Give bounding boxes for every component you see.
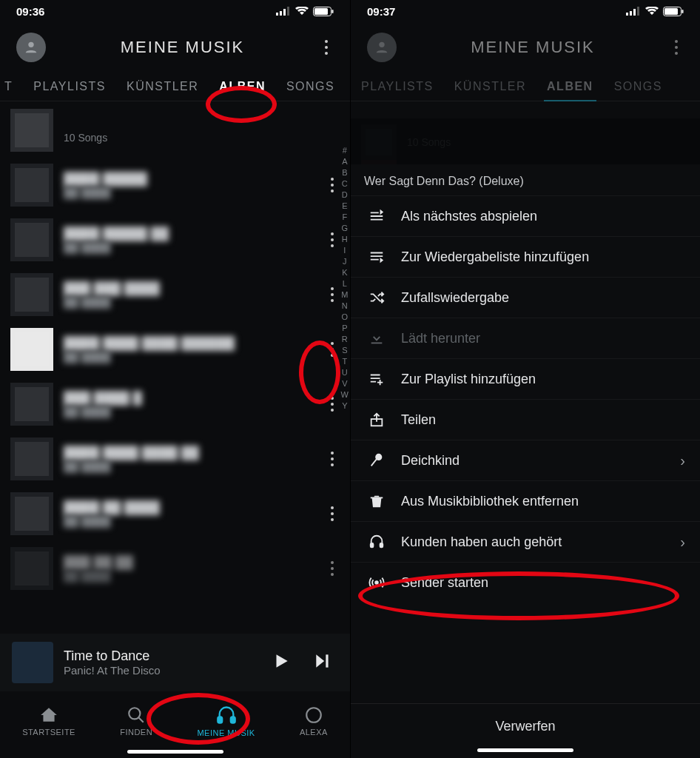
alpha-letter[interactable]: W: [341, 389, 349, 400]
nav-label: MEINE MUSIK: [197, 728, 255, 737]
alpha-letter[interactable]: S: [341, 345, 349, 356]
album-row[interactable]: ████ ████ ████ ████████ ████: [0, 322, 350, 377]
battery-icon: [663, 7, 684, 16]
sheet-similar[interactable]: Kunden haben auch gehört ›: [351, 521, 700, 562]
nav-label: FINDEN: [120, 728, 152, 737]
album-row[interactable]: ████ █████ ████ ████: [0, 212, 350, 267]
sheet-label: Zur Wiedergabeliste hinzufügen: [401, 249, 589, 265]
album-list[interactable]: 10 Songs ████ ███████ ████ ████ █████ ██…: [0, 103, 350, 596]
album-row[interactable]: ███ ██ ████ ████: [0, 541, 350, 596]
tab-albums[interactable]: ALBEN: [209, 73, 276, 101]
tab-truncated-left[interactable]: T: [0, 73, 23, 101]
sheet-play-next[interactable]: Als nächstes abspielen: [351, 195, 700, 236]
alpha-letter[interactable]: K: [341, 267, 349, 278]
alpha-index[interactable]: # A B C D E F G H I J K L M N O P R S T …: [341, 145, 349, 412]
alpha-letter[interactable]: V: [341, 378, 349, 389]
sheet-remove-library[interactable]: Aus Musikbibliothek entfernen: [351, 480, 700, 521]
status-bar: 09:36: [0, 0, 350, 22]
row-more-button[interactable]: [325, 391, 340, 417]
svg-rect-15: [630, 11, 632, 16]
play-button[interactable]: [266, 647, 297, 678]
tab-artists[interactable]: KÜNSTLER: [444, 73, 536, 101]
alpha-letter[interactable]: F: [341, 212, 349, 223]
person-icon: [374, 39, 390, 56]
nav-library[interactable]: MEINE MUSIK: [197, 705, 255, 737]
alpha-letter[interactable]: D: [341, 190, 349, 201]
row-more-button[interactable]: [325, 172, 340, 198]
avatar[interactable]: [367, 33, 397, 62]
row-more-button[interactable]: [325, 336, 340, 363]
alpha-letter[interactable]: T: [341, 356, 349, 367]
header-more-button[interactable]: [319, 34, 334, 61]
alpha-letter[interactable]: E: [341, 201, 349, 212]
album-title: ████ █████: [64, 172, 314, 187]
sheet-add-queue[interactable]: Zur Wiedergabeliste hinzufügen: [351, 236, 700, 277]
svg-line-10: [138, 717, 144, 722]
alpha-letter[interactable]: O: [341, 312, 349, 323]
sheet-dismiss-button[interactable]: Verwerfen: [351, 703, 700, 758]
svg-point-9: [129, 708, 140, 719]
tab-albums[interactable]: ALBEN: [536, 73, 604, 101]
alpha-letter[interactable]: B: [341, 167, 349, 178]
album-title: ███ ████ █: [64, 391, 314, 406]
alpha-letter[interactable]: N: [341, 301, 349, 312]
nav-find[interactable]: FINDEN: [120, 705, 152, 737]
nav-alexa[interactable]: ALEXA: [300, 705, 328, 737]
alpha-letter[interactable]: C: [341, 178, 349, 190]
nav-home[interactable]: STARTSEITE: [22, 705, 75, 737]
row-more-button[interactable]: [325, 446, 340, 472]
now-playing-bar[interactable]: Time to Dance Panic! At The Disco: [0, 634, 350, 691]
sheet-add-playlist[interactable]: Zur Playlist hinzufügen: [351, 358, 700, 399]
row-more-button[interactable]: [325, 555, 340, 582]
album-row[interactable]: ████ ████ ████ ████ ████: [0, 432, 350, 486]
alpha-letter[interactable]: Y: [341, 400, 349, 412]
sheet-share[interactable]: Teilen: [351, 399, 700, 440]
home-indicator[interactable]: [127, 750, 223, 754]
alpha-letter[interactable]: M: [341, 289, 349, 301]
tab-songs[interactable]: SONGS: [604, 73, 673, 101]
bottom-nav: STARTSEITE FINDEN MEINE MUSIK ALEXA: [0, 691, 350, 758]
svg-rect-1: [280, 11, 282, 16]
alpha-letter[interactable]: #: [341, 145, 349, 156]
row-more-button[interactable]: [325, 500, 340, 527]
album-row[interactable]: ███ ████ ███ ████: [0, 377, 350, 432]
alpha-letter[interactable]: L: [341, 278, 349, 289]
header-more-button[interactable]: [669, 34, 684, 61]
status-time: 09:36: [16, 5, 44, 18]
row-more-button[interactable]: [325, 281, 340, 308]
person-icon: [23, 39, 39, 56]
album-title: ███ ███ ████: [64, 281, 314, 296]
svg-rect-16: [633, 9, 636, 16]
album-row[interactable]: 10 Songs: [0, 103, 350, 158]
tab-playlists[interactable]: PLAYLISTS: [23, 73, 116, 101]
next-button[interactable]: [307, 647, 338, 678]
tab-songs[interactable]: SONGS: [276, 73, 345, 101]
alpha-letter[interactable]: P: [341, 323, 349, 334]
alpha-letter[interactable]: A: [341, 156, 349, 167]
alpha-letter[interactable]: G: [341, 223, 349, 234]
album-row[interactable]: ████ ███████ ████: [0, 158, 350, 212]
sheet-artist[interactable]: Deichkind ›: [351, 440, 700, 480]
album-subtitle: ██ ████: [64, 570, 314, 582]
alpha-letter[interactable]: I: [341, 245, 349, 256]
album-subtitle: ██ ████: [64, 351, 314, 363]
svg-point-13: [306, 708, 321, 722]
alpha-letter[interactable]: R: [341, 334, 349, 345]
album-row[interactable]: ████ ██ ██████ ████: [0, 486, 350, 541]
tab-artists[interactable]: KÜNSTLER: [116, 73, 209, 101]
alpha-letter[interactable]: H: [341, 234, 349, 245]
sheet-shuffle[interactable]: Zufallswiedergabe: [351, 277, 700, 318]
sheet-station[interactable]: Sender starten: [351, 562, 700, 603]
alpha-letter[interactable]: J: [341, 256, 349, 267]
sheet-label: Zur Playlist hinzufügen: [401, 372, 536, 387]
alpha-letter[interactable]: U: [341, 367, 349, 378]
album-art: [10, 383, 53, 426]
home-indicator[interactable]: [477, 748, 573, 752]
chevron-right-icon: ›: [680, 452, 685, 469]
tab-playlists[interactable]: PLAYLISTS: [351, 73, 444, 101]
screen-right: 09:37 MEINE MUSIK PLAYLISTS KÜNSTLER ALB…: [350, 0, 700, 758]
avatar[interactable]: [16, 33, 46, 62]
row-more-button[interactable]: [325, 227, 340, 253]
album-art: [10, 164, 53, 207]
album-row[interactable]: ███ ███ ██████ ████: [0, 267, 350, 322]
